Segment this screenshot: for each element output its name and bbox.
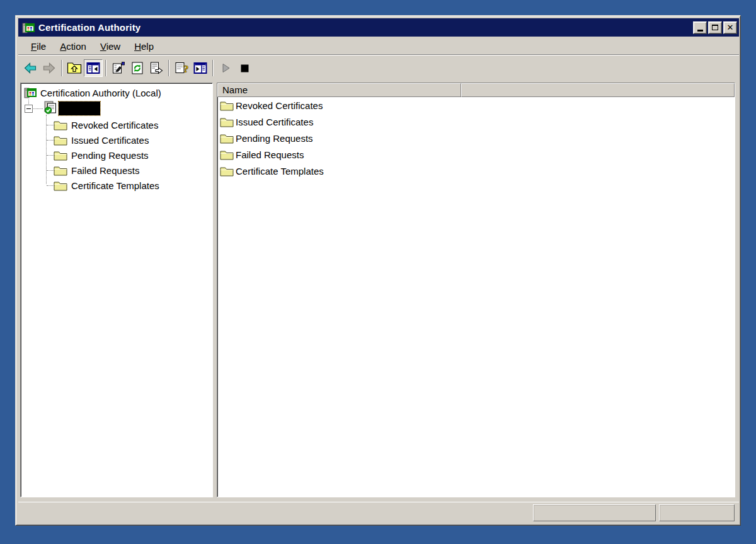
back-button[interactable] [21,59,40,77]
list-item-label: Pending Requests [236,133,313,144]
properties-icon [111,61,126,76]
stop-service-button[interactable] [235,59,254,77]
folder-icon [54,165,67,176]
folder-icon [54,150,67,161]
tree-item-certificate-templates[interactable]: Certificate Templates [54,178,159,193]
list-item-certificate-templates[interactable]: Certificate Templates [217,163,735,179]
folder-icon [220,117,234,127]
up-one-level-button[interactable] [65,59,84,77]
tree-item-label: Issued Certificates [71,135,149,146]
list-item-label: Failed Requests [236,149,304,160]
menu-action[interactable]: Action [53,39,93,54]
console-tree-icon [86,61,101,76]
mmc-console-icon [22,21,35,34]
folder-up-icon [67,61,82,76]
refresh-button[interactable] [128,59,147,77]
main-area: Certification Authority (Local) Revoked … [18,79,739,501]
close-icon: ✕ [727,23,734,32]
toolbar-separator [105,60,106,76]
status-section-1 [533,504,656,521]
tree-root-label: Certification Authority (Local) [40,88,161,98]
maximize-button[interactable] [708,21,722,34]
window-controls: ✕ [693,21,737,34]
folder-icon [54,120,67,130]
minimize-icon [697,30,703,32]
properties-button[interactable] [109,59,128,77]
toolbar-separator [212,60,214,76]
forward-button[interactable] [40,59,59,77]
status-bar [18,502,739,523]
tree-item-pending-requests[interactable]: Pending Requests [54,148,149,163]
menu-bar: File Action View Help [18,38,739,55]
ca-node-redacted[interactable] [59,101,100,115]
close-button[interactable]: ✕ [723,21,737,34]
tree-item-label: Certificate Templates [71,180,159,191]
folder-icon [220,100,234,111]
action-pane-icon [193,61,208,76]
folder-icon [220,149,234,160]
forward-arrow-icon [42,61,57,76]
results-pane: Name Revoked Certificates Issued Certifi… [217,83,735,497]
mmc-console-icon [23,86,37,99]
status-section-2 [659,504,735,521]
tree-line [33,108,43,109]
column-header-name[interactable]: Name [217,83,461,97]
list-item-issued-certificates[interactable]: Issued Certificates [217,113,735,130]
titlebar[interactable]: Certification Authority ✕ [18,18,739,37]
desktop: Certification Authority ✕ File Action Vi… [0,0,756,544]
tree-item-label: Pending Requests [71,150,149,161]
show-hide-console-tree-button[interactable] [84,59,103,77]
certification-authority-window: Certification Authority ✕ File Action Vi… [15,15,741,526]
help-icon: ? [174,61,189,76]
menu-help[interactable]: Help [127,39,161,54]
folder-icon [220,133,234,144]
folder-icon [220,166,234,177]
tree-item-failed-requests[interactable]: Failed Requests [54,163,139,178]
stop-icon [237,61,252,76]
tree-item-label: Revoked Certificates [71,120,158,130]
back-arrow-icon [23,61,38,76]
list-item-label: Issued Certificates [236,117,313,127]
export-list-button[interactable] [147,59,166,77]
list-item-revoked-certificates[interactable]: Revoked Certificates [217,97,735,113]
export-list-icon [149,61,164,76]
window-title: Certification Authority [38,22,693,33]
svg-text:?: ? [183,63,189,75]
ca-server-icon [43,100,57,114]
toolbar-separator [61,60,62,76]
list-item-failed-requests[interactable]: Failed Requests [217,146,735,163]
folder-icon [54,135,67,146]
minus-icon [26,108,31,109]
maximize-icon [712,25,718,30]
minimize-button[interactable] [693,21,707,34]
console-tree-pane: Certification Authority (Local) Revoked … [20,83,213,497]
tree-item-revoked-certificates[interactable]: Revoked Certificates [54,117,158,132]
tree-item-issued-certificates[interactable]: Issued Certificates [54,132,149,148]
play-icon [218,61,233,76]
refresh-icon [130,61,145,76]
folder-icon [54,180,67,191]
tree-expander-minus[interactable] [25,105,33,113]
list-header: Name [217,83,735,97]
tree-root-node[interactable]: Certification Authority (Local) [23,86,161,100]
list-item-label: Certificate Templates [236,166,324,177]
show-hide-action-pane-button[interactable] [191,59,210,77]
column-header-blank[interactable] [461,83,735,97]
menu-view[interactable]: View [93,39,127,54]
list-item-pending-requests[interactable]: Pending Requests [217,130,735,146]
list-item-label: Revoked Certificates [236,100,323,111]
toolbar: ? [18,56,739,79]
start-service-button[interactable] [216,59,235,77]
menu-file[interactable]: File [24,39,53,54]
tree-item-label: Failed Requests [71,165,139,176]
help-button[interactable]: ? [172,59,191,77]
toolbar-separator [168,60,169,76]
